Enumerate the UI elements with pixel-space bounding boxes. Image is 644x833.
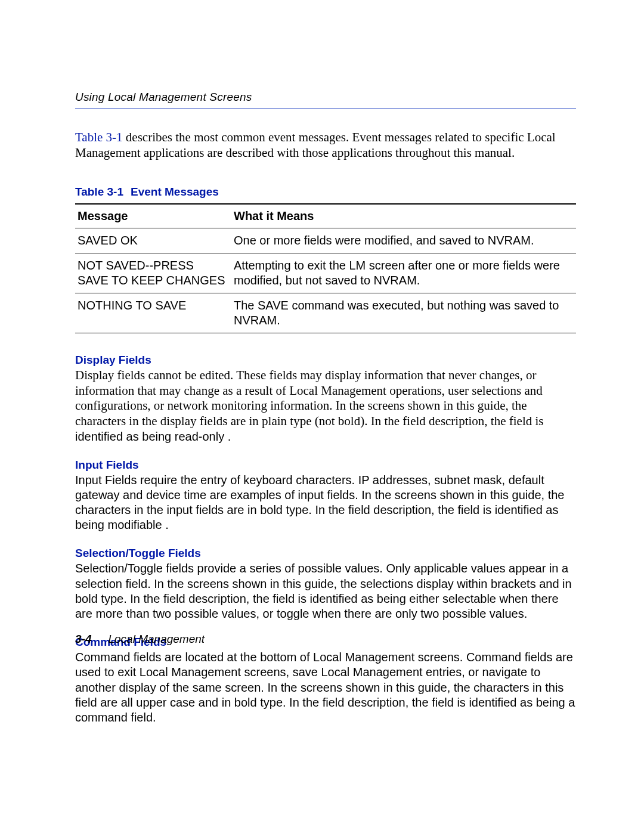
- th-meaning: What it Means: [231, 204, 576, 228]
- intro-paragraph: Table 3-1 describes the most common even…: [75, 129, 576, 160]
- section-heading: Selection/Toggle Fields: [75, 547, 576, 560]
- table-row: NOT SAVED--PRESS SAVE TO KEEP CHANGES At…: [75, 253, 576, 293]
- section-heading: Display Fields: [75, 354, 576, 367]
- cell-message: SAVED OK: [75, 228, 231, 253]
- event-messages-table: Message What it Means SAVED OK One or mo…: [75, 203, 576, 333]
- th-message: Message: [75, 204, 231, 228]
- sections: Display Fields Display fields cannot be …: [75, 354, 576, 725]
- page-number: 3-4: [75, 633, 91, 645]
- page-footer: 3-4Local Management: [75, 633, 205, 646]
- intro-text: describes the most common event messages…: [75, 130, 556, 160]
- section-body: Command fields are located at the bottom…: [75, 650, 576, 725]
- page-content: Using Local Management Screens Table 3-1…: [75, 91, 576, 725]
- section-heading: Input Fields: [75, 459, 576, 472]
- table-caption-number: Table 3-1: [75, 185, 123, 198]
- doc-title: Local Management: [108, 633, 205, 645]
- table-caption-title: Event Messages: [131, 185, 219, 198]
- table-caption: Table 3-1Event Messages: [75, 185, 576, 199]
- table-header-row: Message What it Means: [75, 204, 576, 228]
- section-body: identified as being read-only .: [75, 429, 576, 444]
- cell-message: NOTHING TO SAVE: [75, 293, 231, 333]
- running-header: Using Local Management Screens: [75, 91, 576, 109]
- table-row: NOTHING TO SAVE The SAVE command was exe…: [75, 293, 576, 333]
- page: Using Local Management Screens Table 3-1…: [0, 0, 644, 833]
- section-body: Display fields cannot be edited. These f…: [75, 368, 576, 429]
- cell-meaning: One or more fields were modified, and sa…: [231, 228, 576, 253]
- table-ref-link[interactable]: Table 3-1: [75, 130, 123, 144]
- table-row: SAVED OK One or more fields were modifie…: [75, 228, 576, 253]
- cell-meaning: The SAVE command was executed, but nothi…: [231, 293, 576, 333]
- section-body: Input Fields require the entry of keyboa…: [75, 473, 576, 533]
- cell-message: NOT SAVED--PRESS SAVE TO KEEP CHANGES: [75, 253, 231, 293]
- cell-meaning: Attempting to exit the LM screen after o…: [231, 253, 576, 293]
- section-body: Selection/Toggle fields provide a series…: [75, 561, 576, 621]
